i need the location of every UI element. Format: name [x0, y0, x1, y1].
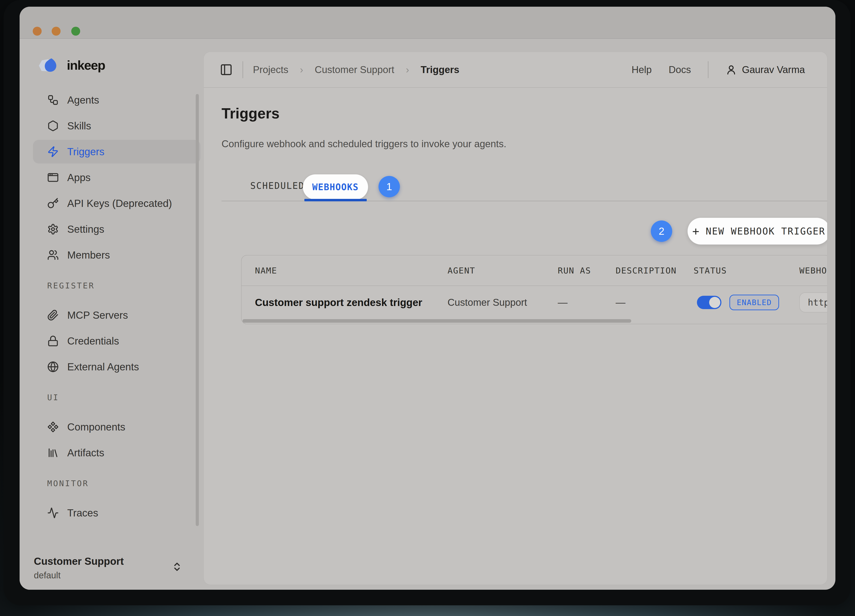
- trigger-agent: Customer Support: [447, 297, 527, 308]
- active-tab-indicator: [304, 199, 367, 201]
- sidebar: inkeep Agents Skills Triggers Apps: [20, 39, 204, 590]
- screenshot-stage: inkeep Agents Skills Triggers Apps: [0, 0, 855, 616]
- plus-icon: +: [692, 224, 700, 238]
- users-icon: [47, 249, 59, 261]
- key-icon: [47, 198, 59, 209]
- toggle-knob: [709, 297, 720, 308]
- column-header-name: NAME: [255, 256, 277, 285]
- sidebar-item-label: Triggers: [67, 146, 104, 158]
- trigger-description: —: [616, 297, 625, 308]
- sidebar-item-members[interactable]: Members: [33, 243, 201, 267]
- user-menu[interactable]: Gaurav Varma: [725, 64, 805, 75]
- main-panel: Projects › Customer Support › Triggers H…: [204, 52, 827, 585]
- project-environment: default: [34, 570, 195, 580]
- lock-icon: [47, 335, 59, 347]
- paperclip-icon: [47, 310, 59, 321]
- sidebar-section-register: REGISTER: [47, 281, 201, 291]
- activity-icon: [47, 507, 59, 519]
- project-name: Customer Support: [34, 555, 195, 567]
- sidebar-item-label: Components: [67, 421, 126, 433]
- breadcrumb-projects[interactable]: Projects: [253, 64, 288, 75]
- horizontal-scrollbar[interactable]: [242, 319, 631, 323]
- app-window-icon: [47, 172, 59, 183]
- column-header-run-as: RUN AS: [558, 256, 591, 285]
- breadcrumb-separator: ›: [406, 64, 409, 75]
- sidebar-item-label: API Keys (Deprecated): [67, 197, 172, 209]
- globe-icon: [47, 361, 59, 372]
- header-divider: [242, 61, 243, 78]
- zoom-window-button[interactable]: [71, 27, 80, 36]
- tab-webhooks[interactable]: WEBHOOKS: [303, 175, 368, 199]
- hexagon-icon: [47, 120, 59, 132]
- new-webhook-trigger-label: NEW WEBHOOK TRIGGER: [706, 226, 825, 237]
- sidebar-item-label: Agents: [67, 94, 99, 106]
- sidebar-item-artifacts[interactable]: Artifacts: [33, 441, 201, 464]
- sidebar-item-label: Artifacts: [67, 447, 104, 459]
- sidebar-item-apps[interactable]: Apps: [33, 166, 201, 189]
- header-divider: [708, 61, 708, 78]
- minimize-window-button[interactable]: [52, 27, 61, 36]
- breadcrumb-project[interactable]: Customer Support: [315, 64, 394, 75]
- window-titlebar: [20, 7, 835, 39]
- sidebar-section-monitor: MONITOR: [47, 479, 201, 489]
- page-description: Configure webhook and scheduled triggers…: [222, 138, 506, 149]
- page-header: Projects › Customer Support › Triggers H…: [204, 52, 827, 88]
- sidebar-item-triggers[interactable]: Triggers: [33, 140, 201, 164]
- webhook-url-chip: https: [799, 293, 827, 313]
- inkeep-logo-icon: [36, 56, 63, 74]
- sidebar-item-label: Members: [67, 249, 110, 261]
- triggers-table: NAME AGENT RUN AS DESCRIPTION STATUS WEB…: [241, 255, 827, 324]
- tab-scheduled[interactable]: SCHEDULED: [250, 181, 305, 191]
- sidebar-item-traces[interactable]: Traces: [33, 501, 201, 525]
- gear-icon: [47, 224, 59, 235]
- help-link[interactable]: Help: [631, 64, 652, 75]
- sidebar-item-mcp-servers[interactable]: MCP Servers: [33, 303, 201, 327]
- sidebar-item-label: MCP Servers: [67, 309, 128, 321]
- sidebar-item-label: Traces: [67, 507, 98, 519]
- column-header-agent: AGENT: [447, 256, 475, 285]
- close-window-button[interactable]: [33, 27, 41, 36]
- sidebar-section-ui: UI: [47, 393, 201, 403]
- annotation-badge-2-number: 2: [659, 225, 664, 237]
- sidebar-item-settings[interactable]: Settings: [33, 218, 201, 241]
- sidebar-item-label: External Agents: [67, 361, 139, 373]
- annotation-badge-2: 2: [651, 221, 672, 242]
- trigger-run-as: —: [558, 297, 568, 308]
- breadcrumb-current: Triggers: [421, 64, 459, 75]
- chevrons-up-down-icon: [172, 561, 182, 572]
- trigger-name: Customer support zendesk trigger: [255, 296, 422, 308]
- sidebar-item-api-keys[interactable]: API Keys (Deprecated): [33, 192, 201, 215]
- zap-icon: [47, 146, 59, 158]
- docs-link[interactable]: Docs: [669, 64, 691, 75]
- table-header-row: NAME AGENT RUN AS DESCRIPTION STATUS WEB…: [242, 256, 827, 286]
- sidebar-item-external-agents[interactable]: External Agents: [33, 355, 201, 378]
- breadcrumb-separator: ›: [300, 64, 303, 75]
- inkeep-logo: inkeep: [36, 52, 204, 78]
- table-row[interactable]: Customer support zendesk trigger Custome…: [242, 286, 827, 319]
- user-name: Gaurav Varma: [742, 64, 805, 75]
- sidebar-item-label: Settings: [67, 223, 104, 235]
- page-title: Triggers: [222, 105, 279, 122]
- app-window: inkeep Agents Skills Triggers Apps: [20, 7, 835, 590]
- column-header-webhook: WEBHOO: [799, 256, 827, 285]
- annotation-badge-1-number: 1: [386, 181, 392, 193]
- library-icon: [47, 447, 59, 458]
- sidebar-scrollbar[interactable]: [196, 94, 199, 526]
- new-webhook-trigger-button[interactable]: + NEW WEBHOOK TRIGGER: [688, 218, 827, 245]
- sidebar-item-label: Apps: [67, 172, 90, 184]
- sidebar-item-credentials[interactable]: Credentials: [33, 329, 201, 353]
- sidebar-item-skills[interactable]: Skills: [33, 114, 201, 138]
- sidebar-toggle-button[interactable]: [220, 63, 233, 76]
- component-icon: [47, 421, 59, 433]
- tab-webhooks-label: WEBHOOKS: [312, 182, 359, 192]
- column-header-status: STATUS: [694, 256, 727, 285]
- sidebar-item-components[interactable]: Components: [33, 415, 201, 439]
- column-header-description: DESCRIPTION: [616, 256, 677, 285]
- annotation-badge-1: 1: [378, 176, 400, 197]
- sidebar-nav: Agents Skills Triggers Apps API Keys (De…: [33, 88, 201, 525]
- sidebar-item-agents[interactable]: Agents: [33, 88, 201, 112]
- workflow-icon: [47, 94, 59, 106]
- status-badge: ENABLED: [729, 295, 779, 310]
- status-toggle[interactable]: [697, 296, 722, 309]
- project-switcher[interactable]: Customer Support default: [34, 555, 195, 580]
